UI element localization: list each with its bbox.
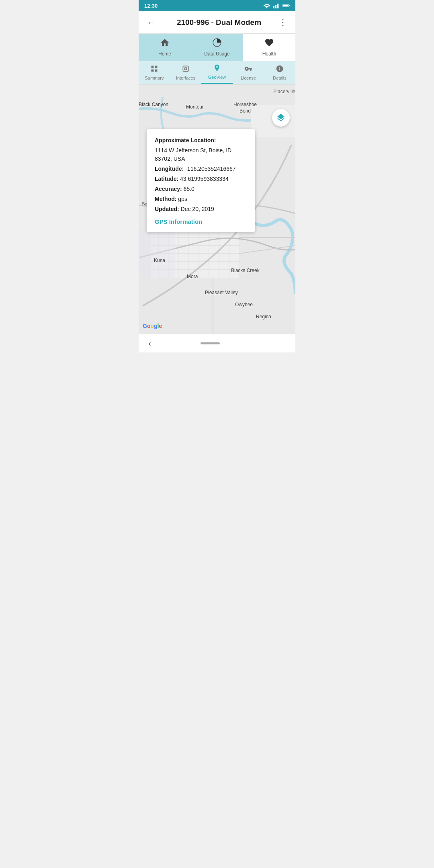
tab-home[interactable]: Home [139,34,191,61]
svg-rect-13 [185,68,187,70]
google-e: e [159,323,162,329]
tab-details-label: Details [273,76,287,80]
svg-rect-8 [151,66,154,68]
info-accuracy: Accuracy: 65.0 [155,185,247,193]
map-label-regina: Regina [256,314,271,319]
svg-rect-35 [139,229,175,278]
map-label-montour: Montour [186,104,204,110]
geoview-icon [213,64,221,74]
svg-rect-1 [273,6,274,8]
map-label-mora: Mora [187,274,198,279]
tab-license[interactable]: License [233,61,264,84]
interfaces-icon [182,65,190,75]
info-card: Approximate Location: 1114 W Jefferson S… [147,129,255,232]
map-container[interactable]: Black Canyon Montour Horseshoe Bend Plac… [139,85,295,334]
nav-back-button[interactable]: ‹ [148,339,151,348]
svg-rect-10 [151,69,154,72]
map-label-placerville: Placerville [273,89,295,94]
tab-home-label: Home [158,51,171,57]
google-g1: G [143,323,147,329]
home-icon [160,38,170,50]
status-time: 12:30 [144,3,158,9]
tab-geoview[interactable]: GeoView [201,61,233,84]
tab-data-usage-label: Data Usage [204,51,229,57]
tab-data-usage[interactable]: Data Usage [191,34,243,61]
layer-button[interactable] [272,109,290,127]
map-label-pleasant-valley: Pleasant Valley [205,290,238,295]
health-icon [264,38,274,50]
summary-icon [150,65,158,75]
primary-tabs: Home Data Usage Health [139,34,295,61]
secondary-tabs: Summary Interfaces GeoView License [139,61,295,85]
tab-summary-label: Summary [145,76,164,80]
app-bar: ← 2100-996 - Dual Modem ⋮ [139,11,295,34]
info-longitude: Longitude: -116.205352416667 [155,165,247,173]
svg-rect-6 [283,5,288,7]
info-latitude: Latitude: 43.6199593833334 [155,175,247,183]
nav-pill [201,342,220,344]
svg-rect-9 [155,66,158,68]
tab-license-label: License [241,76,256,80]
svg-rect-5 [289,5,290,6]
info-address: 1114 W Jefferson St, Boise, ID 83702, US… [155,146,247,163]
app-title: 2100-996 - Dual Modem [163,18,275,27]
map-label-blacks-creek: Blacks Creek [231,268,260,273]
more-button[interactable]: ⋮ [275,14,291,31]
tab-health[interactable]: Health [243,34,295,61]
info-updated: Updated: Dec 20, 2019 [155,205,247,213]
svg-rect-2 [275,5,276,8]
signal-icon [273,3,280,8]
battery-icon [283,3,290,8]
google-logo: Google [143,323,162,329]
bottom-nav: ‹ [139,334,295,352]
tab-interfaces[interactable]: Interfaces [170,61,201,84]
status-icons [263,3,290,8]
back-button[interactable]: ← [143,14,160,31]
info-title: Approximate Location: [155,136,247,145]
svg-rect-11 [155,69,158,72]
svg-rect-3 [277,4,279,8]
details-icon [276,65,284,75]
gps-info-link[interactable]: GPS Information [155,218,247,225]
tab-details[interactable]: Details [264,61,295,84]
tab-health-label: Health [262,51,276,57]
map-label-owyhee: Owyhee [235,302,253,307]
svg-point-0 [266,7,268,8]
license-icon [244,65,252,75]
map-label-black-canyon: Black Canyon [139,102,168,107]
map-label-kuna: Kuna [154,258,165,263]
info-method: Method: gps [155,195,247,203]
tab-geoview-label: GeoView [208,75,226,80]
google-o2: o [150,323,154,329]
wifi-icon [263,3,270,8]
tab-interfaces-label: Interfaces [176,76,195,80]
tab-summary[interactable]: Summary [139,61,170,84]
map-label-horseshoe-bend: Horseshoe Bend [231,102,259,114]
google-g2: g [154,323,158,329]
status-bar: 12:30 [139,0,295,11]
svg-rect-12 [183,66,188,71]
data-usage-icon [212,38,222,50]
